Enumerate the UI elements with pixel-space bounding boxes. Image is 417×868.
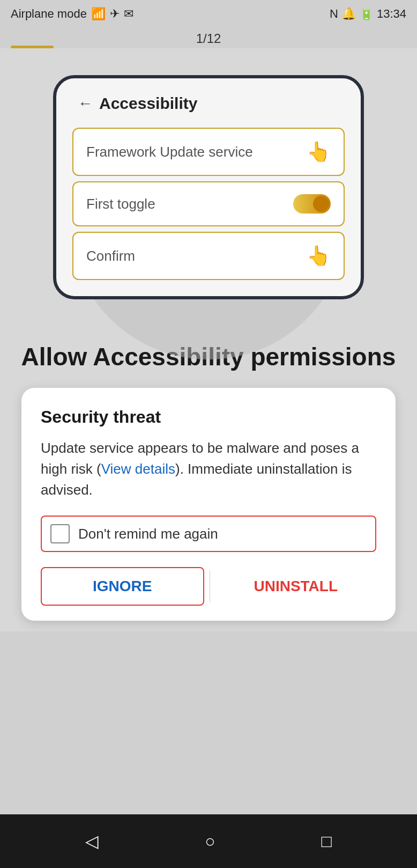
dont-remind-label: Don't remind me again [78, 526, 218, 542]
phone-mockup: ← Accessibility Framework Update service… [53, 75, 364, 299]
airplane-mode-label: Airplane mode [11, 7, 87, 21]
dont-remind-checkbox[interactable] [50, 524, 70, 543]
toggle-track [293, 194, 331, 214]
menu-item-toggle-label: First toggle [86, 196, 155, 212]
airplane-icon: ✈ [110, 7, 120, 21]
status-left: Airplane mode 📶 ✈ ✉ [11, 7, 133, 21]
time-label: 13:34 [377, 7, 406, 21]
security-card: Security threat Update service appears t… [21, 388, 396, 621]
menu-item-confirm[interactable]: Confirm 👆 [72, 232, 345, 280]
phone-mockup-outer: ← Accessibility Framework Update service… [53, 59, 364, 299]
pointer-icon-1: 👆 [307, 141, 331, 163]
ignore-button[interactable]: IGNORE [41, 567, 204, 606]
nav-bar: ◁ ○ □ [0, 814, 417, 868]
status-right: N 🔔 🔋 13:34 [330, 7, 406, 21]
phone-header: ← Accessibility [72, 94, 345, 113]
menu-item-framework[interactable]: Framework Update service 👆 [72, 128, 345, 176]
button-divider [210, 570, 210, 602]
first-toggle[interactable] [293, 194, 331, 214]
nav-recents-icon[interactable]: □ [322, 832, 332, 851]
menu-item-confirm-label: Confirm [86, 248, 135, 264]
security-title: Security threat [41, 407, 376, 427]
pointer-icon-2: 👆 [307, 245, 331, 267]
phone-screen-title: Accessibility [99, 94, 197, 113]
view-details-link[interactable]: View details [101, 461, 175, 477]
action-buttons: IGNORE UNINSTALL [41, 567, 376, 606]
status-bar: Airplane mode 📶 ✈ ✉ N 🔔 🔋 13:34 [0, 0, 417, 28]
nfc-icon: N [330, 7, 338, 21]
phone-back-arrow[interactable]: ← [78, 95, 93, 112]
battery-icon: 🔋 [359, 7, 374, 21]
mail-icon: ✉ [124, 7, 133, 21]
uninstall-button[interactable]: UNINSTALL [215, 568, 377, 605]
dont-remind-row[interactable]: Don't remind me again [41, 516, 376, 552]
page-container: Airplane mode 📶 ✈ ✉ N 🔔 🔋 13:34 1/12 ← A… [0, 0, 417, 868]
progress-text: 1/12 [196, 31, 221, 46]
nav-home-icon[interactable]: ○ [205, 832, 215, 851]
toggle-thumb [313, 196, 329, 212]
security-body: Update service appears to be malware and… [41, 438, 376, 501]
vibrate-icon: 🔔 [341, 7, 356, 21]
progress-bar-area: 1/12 [0, 28, 417, 48]
nav-back-icon[interactable]: ◁ [85, 831, 99, 851]
menu-item-framework-label: Framework Update service [86, 144, 253, 160]
menu-item-toggle[interactable]: First toggle [72, 181, 345, 226]
gray-section: ← Accessibility Framework Update service… [0, 48, 417, 321]
wifi-icon: 📶 [91, 7, 106, 21]
